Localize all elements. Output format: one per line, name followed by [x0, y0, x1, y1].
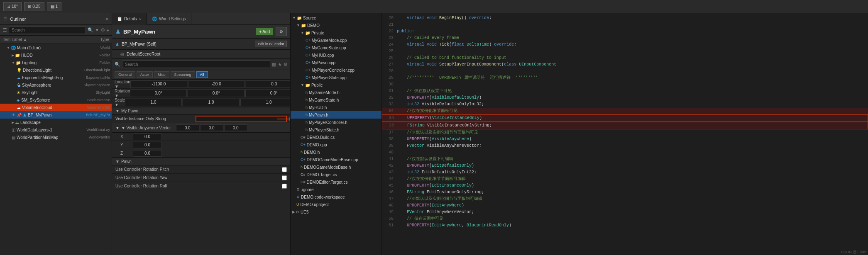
- ftree-row-private[interactable]: ▼ 📁 Private: [291, 29, 381, 36]
- add-component-button[interactable]: + Add: [256, 28, 273, 35]
- ftree-row-mygamestate-cpp[interactable]: C+ MyGameState.cpp: [291, 44, 381, 51]
- outliner-row-hlod[interactable]: ▶ 📁 HLOD Folder: [0, 51, 112, 59]
- ftree-row-public[interactable]: ▼ 📁 Public: [291, 81, 381, 89]
- add-icon[interactable]: +: [107, 28, 109, 33]
- ftree-row-mygamemode-h[interactable]: h MyGameMode.h: [291, 89, 381, 96]
- ftree-row-myplayerstate-h[interactable]: h MyPlayerState.h: [291, 126, 381, 134]
- ftree-row-myplayercontroller-cpp[interactable]: C+ MyPlayerController.cpp: [291, 66, 381, 74]
- ftree-row-gitignore[interactable]: ⚙ .ignore: [291, 186, 381, 193]
- ftree-row-mygamestate-h[interactable]: h MyGameState.h: [291, 96, 381, 104]
- folder-icon: 📁: [305, 31, 310, 35]
- line-number: 32: [382, 95, 397, 101]
- settings-icon[interactable]: ⚙: [101, 27, 105, 33]
- ftree-row-demogamemodebase-cpp[interactable]: C+ DEMOGameModeBase.cpp: [291, 156, 381, 163]
- ftree-row-demo-code-workspace[interactable]: ⚙ DEMO.code-workspace: [291, 193, 381, 201]
- filter-tab-actor[interactable]: Actor: [137, 71, 153, 78]
- ftree-row-demo-h[interactable]: h DEMO.h: [291, 148, 381, 156]
- filter-tab-all[interactable]: All: [196, 71, 208, 78]
- tab-world-settings[interactable]: 🌐 World Settings: [147, 13, 191, 25]
- angle-btn[interactable]: ⊿ 10°: [3, 2, 22, 11]
- outliner-item-label: SkyAtmosphere: [22, 83, 83, 87]
- ftree-row-ue5[interactable]: ▶ ⊙ UE5: [291, 208, 381, 216]
- eye-icon[interactable]: 👁: [12, 113, 15, 117]
- tab-close-icon[interactable]: ×: [139, 17, 142, 22]
- cs-icon: C#: [301, 172, 306, 177]
- scale-x-input[interactable]: [125, 99, 182, 106]
- use-controller-rotation-pitch-checkbox[interactable]: [282, 167, 287, 172]
- filter-icon[interactable]: ⚙: [284, 62, 288, 67]
- data-icon: ◫: [12, 128, 15, 132]
- line-code: //仅在实例化细节面板可见: [397, 108, 868, 114]
- location-x-input[interactable]: [130, 80, 187, 88]
- ftree-row-myhud-cpp[interactable]: C+ MyHUD.cpp: [291, 51, 381, 59]
- outliner-search-input[interactable]: [9, 27, 86, 34]
- ftree-row-demoeditor-target-cs[interactable]: C# DEMOEditor.Target.cs: [291, 178, 381, 186]
- filter-tab-general[interactable]: General: [115, 71, 135, 78]
- outliner-close-button[interactable]: ×: [105, 16, 108, 22]
- rotation-y-input[interactable]: [188, 90, 245, 97]
- star-icon[interactable]: ★: [278, 62, 282, 67]
- visible-instance-only-string-input[interactable]: [196, 116, 287, 122]
- va-x-input[interactable]: [133, 134, 162, 140]
- code-line-36: 36 FString VisibleInstanceOnlyString;: [382, 122, 868, 129]
- grid-btn[interactable]: ▦ 1: [47, 2, 62, 11]
- details-search-input[interactable]: [122, 61, 270, 68]
- filter-tab-misc[interactable]: Misc: [154, 71, 169, 78]
- outliner-row-directionallight[interactable]: 💡 DirectionalLight DirectionalLight: [0, 66, 112, 74]
- outliner-row-sm-skysphere[interactable]: ◈ SM_SkySphere StaticMeshAc: [0, 96, 112, 104]
- visible-anywhere-vector-header: ▼ ▼ Visible Anywhere Vector: [112, 123, 290, 133]
- ftree-row-demo-target-cs[interactable]: C# DEMO.Target.cs: [291, 171, 381, 178]
- line-number: 44: [382, 176, 397, 182]
- edit-blueprint-button[interactable]: Edit in Blueprint: [255, 41, 287, 47]
- ftree-row-demo-uproject[interactable]: U DEMO.uproject: [291, 201, 381, 208]
- location-z-input[interactable]: [246, 80, 290, 88]
- ftree-row-demo-cpp[interactable]: C+ DEMO.cpp: [291, 141, 381, 148]
- outliner-item-type: DirectionalLight: [84, 68, 110, 72]
- va-x-inline-input[interactable]: [176, 124, 199, 131]
- ftree-row-demogamemodebase-h[interactable]: h DEMOGameModeBase.h: [291, 163, 381, 171]
- outliner-row-exponentialheightfog[interactable]: ☁ ExponentialHeightFog ExponentialHe: [0, 74, 112, 81]
- va-y-inline-input[interactable]: [200, 124, 223, 131]
- va-z-inline-input[interactable]: [224, 124, 247, 131]
- tab-details[interactable]: 📋 Details ×: [112, 13, 147, 25]
- ftree-row-demo-build-cs[interactable]: C# DEMO.Build.cs: [291, 134, 381, 141]
- use-controller-rotation-roll-row: Use Controller Rotation Roll: [112, 182, 290, 190]
- use-controller-rotation-roll-checkbox[interactable]: [282, 184, 287, 189]
- filter-dropdown-icon[interactable]: ▼: [95, 28, 99, 32]
- ftree-row-mygamemode-cpp[interactable]: C+ MyGameMode.cpp: [291, 36, 381, 44]
- line-code: int32 EditDefaultsOnlyInt32;: [397, 169, 868, 176]
- ftree-row-mypawn-cpp[interactable]: C+ MyPawn.cpp: [291, 59, 381, 66]
- rotation-z-input[interactable]: [245, 90, 290, 97]
- grid-view-icon[interactable]: ▦: [272, 62, 276, 67]
- va-z-input[interactable]: [133, 150, 162, 157]
- scale-z-input[interactable]: [240, 99, 290, 106]
- ftree-row-mypawn-h[interactable]: h MyPawn.h: [291, 111, 381, 119]
- outliner-row-skyatmosphere[interactable]: 🌤 SkyAtmosphere SkyAtmosphere: [0, 81, 112, 89]
- outliner-row-skylight[interactable]: ☀ SkyLight SkyLight: [0, 89, 112, 96]
- line-number: 22: [382, 28, 397, 35]
- code-line-21: 21: [382, 22, 868, 28]
- scale-y-input[interactable]: [183, 99, 240, 106]
- outliner-row-main-editor[interactable]: ▼ 🌐 Main (Editor) World: [0, 44, 112, 51]
- ftree-row-myhud-h[interactable]: h MyHUD.h: [291, 104, 381, 111]
- ftree-row-demo[interactable]: ▼ 📁 DEMO: [291, 22, 381, 29]
- outliner-row-bp-mypawn[interactable]: 👁 📌 ♟ BP_MyPawn Edit BP_MyPa: [0, 111, 112, 119]
- va-y-input[interactable]: [133, 142, 162, 148]
- code-line-35: 35 UPROPERTY(VisibleInstanceOnly): [382, 114, 868, 122]
- scale-btn[interactable]: ⊞ 0.25: [24, 2, 44, 11]
- rotation-x-input[interactable]: [130, 90, 187, 97]
- options-button[interactable]: ⚙: [276, 27, 287, 36]
- ftree-row-myplayerstate-cpp[interactable]: C+ MyPlayerState.cpp: [291, 74, 381, 81]
- location-y-input[interactable]: [188, 80, 245, 88]
- ftree-row-myplayercontroller-h[interactable]: h MyPlayerController.h: [291, 119, 381, 126]
- outliner-row-lighting[interactable]: ▼ 📁 Lighting Folder: [0, 59, 112, 66]
- ftree-row-source[interactable]: ▼ 📁 Source: [291, 14, 381, 22]
- folder-icon: 📁: [297, 16, 302, 20]
- use-controller-rotation-yaw-checkbox[interactable]: [282, 175, 287, 180]
- outliner-row-worlddatalayers[interactable]: ◫ WorldDataLayers-1 WorldDataLay: [0, 126, 112, 134]
- filter-tab-streaming[interactable]: Streaming: [171, 71, 195, 78]
- outliner-row-worldpartitionminimap[interactable]: ▤ WorldPartitionMiniMap WorldPartitio: [0, 134, 112, 141]
- outliner-row-landscape[interactable]: ▶ ⛰ Landscape: [0, 119, 112, 126]
- outliner-item-type: Folder: [99, 53, 110, 57]
- outliner-row-volumetriccloud[interactable]: ☁ VolumetricCloud VolumetricClo: [0, 104, 112, 111]
